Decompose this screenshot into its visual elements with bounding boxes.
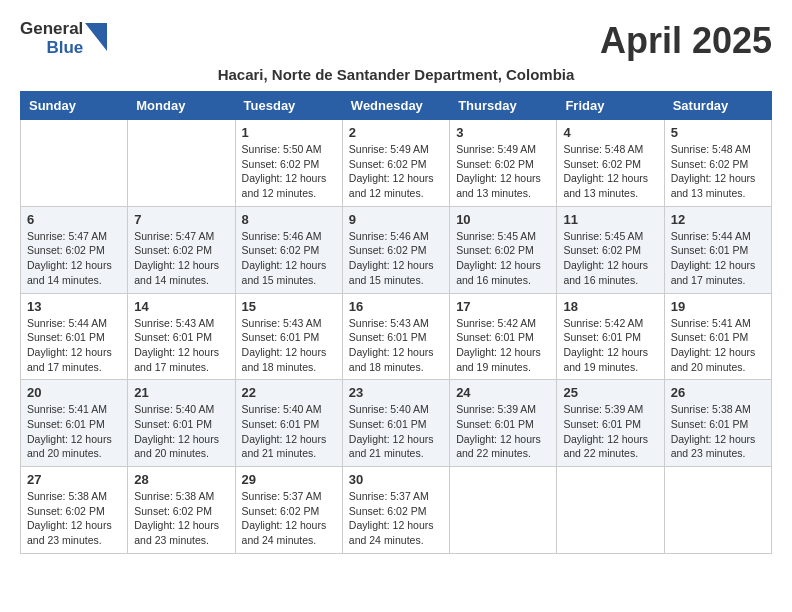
- calendar-cell: 25Sunrise: 5:39 AM Sunset: 6:01 PM Dayli…: [557, 380, 664, 467]
- day-number: 24: [456, 385, 550, 400]
- day-info: Sunrise: 5:41 AM Sunset: 6:01 PM Dayligh…: [671, 316, 765, 375]
- svg-marker-0: [85, 23, 107, 51]
- day-info: Sunrise: 5:47 AM Sunset: 6:02 PM Dayligh…: [27, 229, 121, 288]
- header-wednesday: Wednesday: [342, 92, 449, 120]
- day-info: Sunrise: 5:43 AM Sunset: 6:01 PM Dayligh…: [134, 316, 228, 375]
- day-info: Sunrise: 5:41 AM Sunset: 6:01 PM Dayligh…: [27, 402, 121, 461]
- calendar-cell: 3Sunrise: 5:49 AM Sunset: 6:02 PM Daylig…: [450, 120, 557, 207]
- day-info: Sunrise: 5:47 AM Sunset: 6:02 PM Dayligh…: [134, 229, 228, 288]
- calendar-cell: 13Sunrise: 5:44 AM Sunset: 6:01 PM Dayli…: [21, 293, 128, 380]
- day-number: 14: [134, 299, 228, 314]
- day-number: 27: [27, 472, 121, 487]
- calendar-cell: 6Sunrise: 5:47 AM Sunset: 6:02 PM Daylig…: [21, 206, 128, 293]
- day-info: Sunrise: 5:43 AM Sunset: 6:01 PM Dayligh…: [242, 316, 336, 375]
- logo-general: General: [20, 20, 83, 39]
- day-number: 5: [671, 125, 765, 140]
- calendar-cell: 20Sunrise: 5:41 AM Sunset: 6:01 PM Dayli…: [21, 380, 128, 467]
- calendar-cell: 27Sunrise: 5:38 AM Sunset: 6:02 PM Dayli…: [21, 467, 128, 554]
- day-number: 18: [563, 299, 657, 314]
- logo-triangle-icon: [85, 23, 107, 55]
- day-info: Sunrise: 5:50 AM Sunset: 6:02 PM Dayligh…: [242, 142, 336, 201]
- calendar-cell: 7Sunrise: 5:47 AM Sunset: 6:02 PM Daylig…: [128, 206, 235, 293]
- day-info: Sunrise: 5:45 AM Sunset: 6:02 PM Dayligh…: [456, 229, 550, 288]
- day-number: 22: [242, 385, 336, 400]
- calendar-header-row: SundayMondayTuesdayWednesdayThursdayFrid…: [21, 92, 772, 120]
- day-info: Sunrise: 5:40 AM Sunset: 6:01 PM Dayligh…: [349, 402, 443, 461]
- day-number: 2: [349, 125, 443, 140]
- calendar: SundayMondayTuesdayWednesdayThursdayFrid…: [20, 91, 772, 554]
- header: General Blue April 2025: [20, 20, 772, 62]
- day-number: 28: [134, 472, 228, 487]
- logo-blue: Blue: [46, 39, 83, 58]
- day-info: Sunrise: 5:43 AM Sunset: 6:01 PM Dayligh…: [349, 316, 443, 375]
- day-number: 20: [27, 385, 121, 400]
- day-info: Sunrise: 5:42 AM Sunset: 6:01 PM Dayligh…: [563, 316, 657, 375]
- header-thursday: Thursday: [450, 92, 557, 120]
- day-info: Sunrise: 5:44 AM Sunset: 6:01 PM Dayligh…: [27, 316, 121, 375]
- header-saturday: Saturday: [664, 92, 771, 120]
- calendar-cell: 1Sunrise: 5:50 AM Sunset: 6:02 PM Daylig…: [235, 120, 342, 207]
- calendar-cell: 21Sunrise: 5:40 AM Sunset: 6:01 PM Dayli…: [128, 380, 235, 467]
- day-number: 11: [563, 212, 657, 227]
- day-info: Sunrise: 5:40 AM Sunset: 6:01 PM Dayligh…: [134, 402, 228, 461]
- day-info: Sunrise: 5:37 AM Sunset: 6:02 PM Dayligh…: [349, 489, 443, 548]
- calendar-cell: [450, 467, 557, 554]
- day-number: 17: [456, 299, 550, 314]
- day-info: Sunrise: 5:48 AM Sunset: 6:02 PM Dayligh…: [671, 142, 765, 201]
- day-info: Sunrise: 5:38 AM Sunset: 6:02 PM Dayligh…: [134, 489, 228, 548]
- day-info: Sunrise: 5:45 AM Sunset: 6:02 PM Dayligh…: [563, 229, 657, 288]
- day-number: 16: [349, 299, 443, 314]
- week-row-1: 1Sunrise: 5:50 AM Sunset: 6:02 PM Daylig…: [21, 120, 772, 207]
- calendar-cell: 4Sunrise: 5:48 AM Sunset: 6:02 PM Daylig…: [557, 120, 664, 207]
- day-number: 30: [349, 472, 443, 487]
- calendar-cell: 14Sunrise: 5:43 AM Sunset: 6:01 PM Dayli…: [128, 293, 235, 380]
- calendar-cell: 18Sunrise: 5:42 AM Sunset: 6:01 PM Dayli…: [557, 293, 664, 380]
- day-number: 7: [134, 212, 228, 227]
- calendar-cell: 9Sunrise: 5:46 AM Sunset: 6:02 PM Daylig…: [342, 206, 449, 293]
- calendar-cell: 29Sunrise: 5:37 AM Sunset: 6:02 PM Dayli…: [235, 467, 342, 554]
- calendar-cell: 11Sunrise: 5:45 AM Sunset: 6:02 PM Dayli…: [557, 206, 664, 293]
- calendar-cell: 5Sunrise: 5:48 AM Sunset: 6:02 PM Daylig…: [664, 120, 771, 207]
- calendar-cell: 8Sunrise: 5:46 AM Sunset: 6:02 PM Daylig…: [235, 206, 342, 293]
- week-row-3: 13Sunrise: 5:44 AM Sunset: 6:01 PM Dayli…: [21, 293, 772, 380]
- day-info: Sunrise: 5:40 AM Sunset: 6:01 PM Dayligh…: [242, 402, 336, 461]
- day-info: Sunrise: 5:42 AM Sunset: 6:01 PM Dayligh…: [456, 316, 550, 375]
- week-row-4: 20Sunrise: 5:41 AM Sunset: 6:01 PM Dayli…: [21, 380, 772, 467]
- calendar-cell: 10Sunrise: 5:45 AM Sunset: 6:02 PM Dayli…: [450, 206, 557, 293]
- day-info: Sunrise: 5:38 AM Sunset: 6:02 PM Dayligh…: [27, 489, 121, 548]
- week-row-5: 27Sunrise: 5:38 AM Sunset: 6:02 PM Dayli…: [21, 467, 772, 554]
- day-number: 9: [349, 212, 443, 227]
- calendar-cell: 17Sunrise: 5:42 AM Sunset: 6:01 PM Dayli…: [450, 293, 557, 380]
- header-monday: Monday: [128, 92, 235, 120]
- day-number: 3: [456, 125, 550, 140]
- month-title: April 2025: [600, 20, 772, 62]
- location-title: Hacari, Norte de Santander Department, C…: [20, 66, 772, 83]
- header-sunday: Sunday: [21, 92, 128, 120]
- calendar-cell: 19Sunrise: 5:41 AM Sunset: 6:01 PM Dayli…: [664, 293, 771, 380]
- day-info: Sunrise: 5:48 AM Sunset: 6:02 PM Dayligh…: [563, 142, 657, 201]
- calendar-cell: 23Sunrise: 5:40 AM Sunset: 6:01 PM Dayli…: [342, 380, 449, 467]
- day-number: 8: [242, 212, 336, 227]
- day-number: 6: [27, 212, 121, 227]
- day-info: Sunrise: 5:38 AM Sunset: 6:01 PM Dayligh…: [671, 402, 765, 461]
- day-number: 19: [671, 299, 765, 314]
- day-info: Sunrise: 5:46 AM Sunset: 6:02 PM Dayligh…: [349, 229, 443, 288]
- calendar-cell: [128, 120, 235, 207]
- day-number: 12: [671, 212, 765, 227]
- day-number: 23: [349, 385, 443, 400]
- day-number: 13: [27, 299, 121, 314]
- day-info: Sunrise: 5:49 AM Sunset: 6:02 PM Dayligh…: [456, 142, 550, 201]
- day-info: Sunrise: 5:37 AM Sunset: 6:02 PM Dayligh…: [242, 489, 336, 548]
- day-number: 26: [671, 385, 765, 400]
- day-info: Sunrise: 5:46 AM Sunset: 6:02 PM Dayligh…: [242, 229, 336, 288]
- day-number: 21: [134, 385, 228, 400]
- calendar-cell: 2Sunrise: 5:49 AM Sunset: 6:02 PM Daylig…: [342, 120, 449, 207]
- calendar-cell: 16Sunrise: 5:43 AM Sunset: 6:01 PM Dayli…: [342, 293, 449, 380]
- calendar-cell: 12Sunrise: 5:44 AM Sunset: 6:01 PM Dayli…: [664, 206, 771, 293]
- calendar-cell: 26Sunrise: 5:38 AM Sunset: 6:01 PM Dayli…: [664, 380, 771, 467]
- calendar-cell: 15Sunrise: 5:43 AM Sunset: 6:01 PM Dayli…: [235, 293, 342, 380]
- day-number: 1: [242, 125, 336, 140]
- day-info: Sunrise: 5:39 AM Sunset: 6:01 PM Dayligh…: [456, 402, 550, 461]
- day-number: 25: [563, 385, 657, 400]
- day-info: Sunrise: 5:49 AM Sunset: 6:02 PM Dayligh…: [349, 142, 443, 201]
